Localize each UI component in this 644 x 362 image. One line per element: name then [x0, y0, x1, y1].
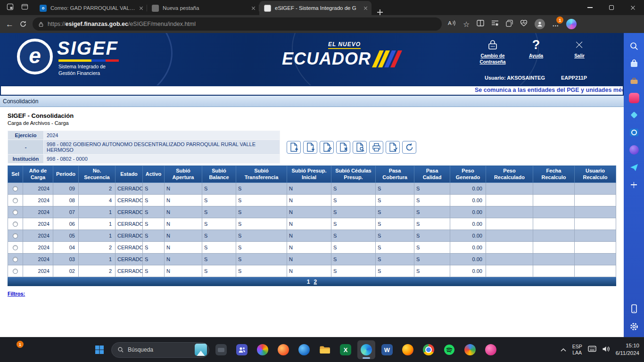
- address-bar[interactable]: https://esigef.finanzas.gob.ec/eSIGEF/me…: [33, 17, 442, 31]
- back-icon[interactable]: ←: [6, 20, 14, 28]
- refresh-icon[interactable]: [19, 20, 27, 28]
- sidebar-shopping-icon[interactable]: [628, 58, 640, 69]
- taskbar-search[interactable]: Búsqueda: [111, 342, 209, 358]
- row-select-radio[interactable]: [13, 186, 18, 191]
- split-screen-icon[interactable]: [477, 20, 484, 28]
- save-record-button[interactable]: [303, 141, 317, 154]
- marquee-text: Se comunica a las entidades del PGE y un…: [475, 87, 624, 93]
- select-cell: [8, 230, 23, 242]
- sidebar-drop-icon[interactable]: [628, 109, 640, 121]
- print-button[interactable]: [369, 141, 383, 154]
- new-tab-button[interactable]: [377, 9, 383, 15]
- tab-actions-icon[interactable]: [21, 3, 28, 12]
- app-icon-desktop[interactable]: [212, 340, 230, 359]
- tab-correo[interactable]: o Correo: GAD PARROQUIAL VALLE: [35, 1, 147, 15]
- favorites-star-icon[interactable]: ☆: [463, 20, 470, 29]
- row-select-radio[interactable]: [13, 269, 18, 274]
- cell-subio-transferencia: S: [236, 218, 287, 230]
- sidebar-phone-link-icon[interactable]: [628, 303, 640, 314]
- touch-keyboard-icon[interactable]: [588, 346, 596, 354]
- cell-usuario-recalculo: [575, 265, 616, 277]
- system-tray: ESPLAA 15:106/11/2024: [560, 337, 639, 362]
- col-pasa-cobertura: Pasa Cobertura: [376, 166, 414, 183]
- firefox-icon[interactable]: [399, 340, 417, 359]
- page-2-link[interactable]: 2: [314, 279, 317, 285]
- app-icon-teams[interactable]: [233, 340, 251, 359]
- collections-icon[interactable]: [506, 20, 513, 29]
- tab-esigef-active[interactable]: eSIGEF - Sistema Integrado de G: [259, 1, 372, 15]
- widgets-button[interactable]: 1: [8, 343, 23, 358]
- cell-periodo: 05: [53, 230, 79, 242]
- sidebar-m365-icon[interactable]: [629, 93, 639, 103]
- excel-icon[interactable]: X: [337, 340, 355, 359]
- minimize-button[interactable]: [579, 0, 601, 15]
- cell-subio-balance: S: [202, 242, 236, 254]
- password-lock-icon: [487, 38, 499, 52]
- delete-record-button[interactable]: [336, 141, 350, 154]
- cell-subio-transferencia: S: [236, 230, 287, 242]
- select-cell: [8, 195, 23, 206]
- app-icon-orange[interactable]: [274, 340, 292, 359]
- row-select-radio[interactable]: [13, 222, 18, 227]
- menu-item-consolidacion[interactable]: Consolidación: [0, 98, 38, 105]
- app-icon-pink[interactable]: [482, 340, 500, 359]
- search-icon: [117, 346, 124, 353]
- workspaces-icon[interactable]: [7, 3, 14, 12]
- sidebar-designer-icon[interactable]: [628, 162, 640, 173]
- refresh-grid-button[interactable]: [402, 141, 416, 154]
- favorites-hub-icon[interactable]: [491, 20, 499, 29]
- cell-subio-transferencia: S: [236, 206, 287, 218]
- app-icon-blue[interactable]: [295, 340, 313, 359]
- row-select-radio[interactable]: [13, 198, 18, 203]
- row-select-radio[interactable]: [13, 233, 18, 239]
- file-explorer-icon[interactable]: [316, 340, 334, 359]
- row-select-radio[interactable]: [13, 210, 18, 215]
- help-link[interactable]: ? Ayuda: [522, 38, 550, 65]
- sidebar-loop-icon[interactable]: [628, 144, 640, 156]
- volume-icon[interactable]: [602, 346, 610, 354]
- row-select-radio[interactable]: [13, 257, 18, 262]
- exit-link[interactable]: Salir: [565, 38, 594, 65]
- close-button[interactable]: [622, 0, 644, 15]
- more-menu-icon[interactable]: …1: [552, 20, 559, 28]
- sidebar-search-icon[interactable]: [628, 41, 640, 52]
- cell-anio-carga: 2024: [23, 218, 53, 230]
- sidebar-outlook-icon[interactable]: [628, 127, 640, 138]
- chrome-icon[interactable]: [420, 340, 438, 359]
- copilot-icon[interactable]: [566, 19, 577, 29]
- cell-subio-presup-inicial: N: [287, 206, 331, 218]
- cell-pasa-calidad: S: [414, 230, 450, 242]
- clock[interactable]: 15:106/11/2024: [616, 342, 639, 357]
- row-select-radio[interactable]: [13, 245, 18, 250]
- cell-usuario-recalculo: [575, 254, 616, 265]
- word-icon[interactable]: W: [378, 340, 396, 359]
- new-record-button[interactable]: [287, 141, 301, 154]
- maximize-button[interactable]: [601, 0, 622, 15]
- tab-close-icon[interactable]: [251, 6, 256, 10]
- change-password-link[interactable]: Cambio de Contraseña: [479, 38, 507, 65]
- language-indicator[interactable]: ESPLAA: [572, 344, 582, 356]
- tab-close-icon[interactable]: [363, 6, 368, 10]
- read-aloud-icon[interactable]: A: [447, 19, 456, 29]
- start-button[interactable]: [91, 340, 108, 359]
- filters-link[interactable]: Filtros:: [8, 291, 25, 296]
- app-icon-photos[interactable]: [254, 340, 272, 359]
- navbar-actions: A ☆ …1: [447, 19, 577, 29]
- tray-expand-icon[interactable]: [560, 346, 567, 354]
- tab-nueva-pestana[interactable]: Nueva pestaña: [147, 1, 259, 15]
- browser-essentials-icon[interactable]: [520, 20, 528, 28]
- app-icon-browser-profile[interactable]: [461, 340, 479, 359]
- view-record-button[interactable]: [353, 141, 367, 154]
- cell-no-secuencia: 1: [79, 230, 116, 242]
- cell-pasa-calidad: S: [414, 183, 450, 195]
- sidebar-settings-icon[interactable]: [628, 321, 640, 332]
- edit-record-button[interactable]: [320, 141, 334, 154]
- validate-record-button[interactable]: [386, 141, 400, 154]
- profile-avatar[interactable]: [535, 19, 545, 29]
- edge-icon[interactable]: [357, 340, 375, 359]
- sidebar-toolbox-icon[interactable]: [628, 75, 640, 87]
- sidebar-add-icon[interactable]: [628, 179, 640, 190]
- spotify-icon[interactable]: [440, 340, 458, 359]
- tab-close-icon[interactable]: [139, 6, 143, 10]
- cell-subio-transferencia: S: [236, 254, 287, 265]
